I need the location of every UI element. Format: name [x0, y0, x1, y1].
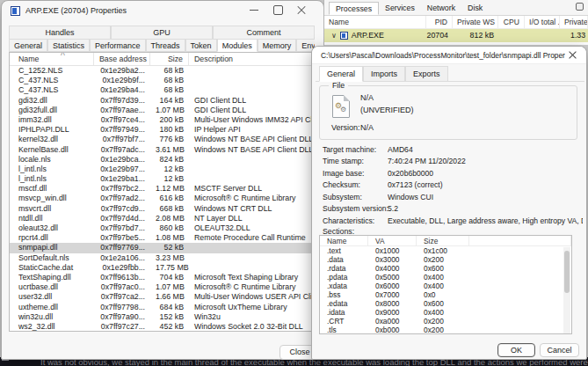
column-header-name[interactable]: Name	[324, 16, 426, 28]
table-row[interactable]: oleaut32.dll 0x7ff97bd7... 860 kB OLEAUT…	[10, 223, 314, 233]
table-row[interactable]: IPHLPAPI.DLL 0x7ff97949... 180 kB IP Hel…	[10, 125, 314, 135]
table-row[interactable]: .text 0x1000 0x1c00	[320, 246, 571, 255]
table-row[interactable]: .tls 0xb000 0x200	[320, 326, 571, 334]
table-row[interactable]: StaticCache.dat 0x1e29fbb... 17.75 MB	[10, 263, 314, 273]
table-row[interactable]: l_intl.nls 0x1e29b97... 12 kB	[10, 165, 314, 174]
tab[interactable]: General	[319, 66, 363, 82]
tab[interactable]: Disk	[461, 2, 489, 15]
table-row[interactable]: msvcrt.dll 0x7ff97cd9... 668 kB Windows …	[10, 204, 314, 214]
tab-row-2: GeneralStatisticsPerformanceThreadsToken…	[9, 39, 315, 52]
tab[interactable]: Performance	[90, 39, 146, 52]
titlebar[interactable]: ARP.EXE (20704) Properties	[2, 1, 323, 20]
table-row[interactable]: msvcp_win.dll 0x7ff97ad2... 616 kB Micro…	[10, 194, 314, 203]
module-name: oleaut32.dll	[10, 223, 94, 233]
column-header-io-total[interactable]: I/O total ...	[525, 16, 560, 28]
table-row[interactable]: .bss 0x7000 0x0	[320, 290, 571, 299]
tab[interactable]: Statistics	[47, 39, 90, 52]
maximize-icon[interactable]	[576, 3, 584, 11]
tab[interactable]: Network	[421, 2, 461, 15]
section-size: 0x1c00	[417, 246, 469, 255]
column-header-va[interactable]: VA	[368, 236, 417, 246]
table-row[interactable]: .rdata 0x4000 0x600	[320, 264, 571, 273]
column-header-pid[interactable]: PID	[426, 16, 453, 28]
table-row[interactable]: .idata 0x9000 0x400	[320, 308, 571, 317]
table-row[interactable]: .edata 0x8000 0x600	[320, 299, 571, 308]
table-row[interactable]: l_intl.nls 0x1e29ba1... 12 kB	[10, 174, 314, 184]
tab[interactable]: General	[9, 39, 47, 52]
table-row[interactable]: gdi32.dll 0x7ff97d39... 164 kB GDI Clien…	[10, 96, 314, 106]
tab[interactable]: Services	[379, 2, 421, 15]
tab[interactable]: Memory	[258, 39, 297, 52]
table-row[interactable]: rpcrt4.dll 0x7ff97be5... 1.08 MB Remote …	[10, 233, 314, 243]
field-label: Characteristics:	[323, 216, 388, 225]
ok-button[interactable]: OK	[497, 343, 535, 357]
table-row[interactable]: win32u.dll 0x7ff97a90... 152 kB Win32u	[10, 312, 314, 322]
table-row[interactable]: KernelBase.dll 0x7ff97adc... 3.61 MB Win…	[10, 145, 314, 155]
module-base-address: 0x7ff97c27...	[94, 322, 150, 332]
column-header-name[interactable]: Name	[10, 53, 94, 65]
sort-ascending-icon: ᐱ	[61, 52, 65, 57]
table-row[interactable]: imm32.dll 0x7ff97ce4... 200 kB Multi-Use…	[10, 115, 314, 125]
gear-icon: ⚙	[340, 106, 346, 113]
tab[interactable]: Exports	[405, 66, 448, 82]
column-header-private-ws[interactable]: Private WS	[453, 16, 498, 28]
dialog-titlebar[interactable]: C:\Users\Pascal\Downloads\ProcessMonitor…	[312, 47, 586, 64]
column-header-size[interactable]: Size	[417, 236, 469, 246]
caption-buttons	[248, 4, 308, 16]
table-row[interactable]: user32.dll 0x7ff97ca2... 1.66 MB Multi-U…	[10, 292, 314, 302]
table-row[interactable]: .pdata 0x5000 0x400	[320, 273, 571, 282]
module-size: 17.75 MB	[150, 263, 189, 273]
module-description: IP Helper API	[189, 125, 314, 135]
close-icon[interactable]	[567, 49, 579, 62]
table-row[interactable]: ntdll.dll 0x7ff97d4d... 2.08 MB NT Layer…	[10, 214, 314, 223]
table-row[interactable]: .CRT 0xa000 0x200	[320, 317, 571, 326]
cancel-button[interactable]: Cancel	[540, 343, 579, 357]
table-row[interactable]: C_437.NLS 0x1e29ba4... 68 kB	[10, 85, 314, 95]
column-header-name[interactable]: Name	[320, 236, 368, 246]
column-header-private-bytes[interactable]: Private b	[560, 16, 588, 28]
table-row[interactable]: TextShaping.dll 0x7ff9613b... 704 kB Mic…	[10, 273, 314, 282]
table-row[interactable]: SortDefault.nls 0x1e2a106... 3.23 MB	[10, 253, 314, 263]
table-row[interactable]: .data 0x3000 0x200	[320, 255, 571, 264]
column-header-cpu[interactable]: CPU	[498, 16, 525, 28]
tab[interactable]: GPU	[111, 26, 213, 39]
tab[interactable]: Handles	[9, 26, 111, 39]
table-row[interactable]: .xdata 0x6000 0x400	[320, 282, 571, 290]
module-description	[189, 174, 314, 184]
scrollbar[interactable]	[563, 247, 570, 334]
column-header-description[interactable]: Description	[189, 53, 314, 65]
table-row[interactable]: ws2_32.dll 0x7ff97c27... 452 kB Windows …	[10, 322, 314, 332]
section-size: 0x400	[417, 273, 469, 282]
tab[interactable]: Token	[185, 39, 217, 52]
tab[interactable]: Comment	[213, 26, 315, 39]
table-row[interactable]: locale.nls 0x1e29bca... 824 kB	[10, 155, 314, 165]
table-row[interactable]: uxtheme.dll 0x7ff97798... 684 kB Microso…	[10, 303, 314, 312]
table-row[interactable]: ucrtbase.dll 0x7ff97ac0... 1.07 MB Micro…	[10, 282, 314, 292]
tab[interactable]: Imports	[363, 66, 405, 82]
maximize-icon[interactable]	[272, 4, 284, 16]
sections-rows: .text 0x1000 0x1c00 .data 0x3000 0x200 .	[320, 246, 571, 334]
table-row[interactable]: gdi32full.dll 0x7ff97aae... 1.07 MB GDI …	[10, 106, 314, 115]
tab[interactable]: Threads	[146, 39, 185, 52]
module-base-address: 0x1e2a106...	[94, 253, 150, 263]
tab[interactable]: Processes	[329, 2, 379, 15]
process-row-arp[interactable]: ∨ ARP.EXE 20704 812 kB 1.33	[324, 29, 588, 42]
section-size: 0x200	[417, 255, 469, 264]
section-va: 0x8000	[368, 299, 417, 308]
table-row[interactable]: snmpapi.dll 0x7ff97769... 52 kB	[10, 243, 314, 253]
module-name: gdi32.dll	[10, 96, 94, 106]
close-icon[interactable]	[295, 4, 308, 16]
tab[interactable]: Modules	[217, 39, 258, 52]
module-name: C_437.NLS	[10, 76, 94, 85]
table-row[interactable]: C_1252.NLS 0x1e29ba2... 68 kB	[10, 66, 314, 76]
field-value: 7:40:24 PM 11/20/2022	[388, 157, 583, 165]
column-header-size[interactable]: Size	[150, 53, 189, 65]
table-row[interactable]: C_437.NLS 0x1e29b9f... 68 kB	[10, 76, 314, 85]
scrollbar-thumb[interactable]	[564, 251, 570, 293]
table-row[interactable]: kernel32.dll 0x7ff97bf7... 776 kB Window…	[10, 135, 314, 144]
table-row[interactable]: msctf.dll 0x7ff97bc2... 1.12 MB MSCTF Se…	[10, 184, 314, 194]
chevron-down-icon[interactable]: ∨	[331, 29, 337, 42]
minimize-icon[interactable]	[248, 4, 260, 16]
column-header-base-address[interactable]: Base address	[94, 53, 150, 65]
field-row: Characteristics: Executable, DLL, Large …	[323, 215, 583, 227]
